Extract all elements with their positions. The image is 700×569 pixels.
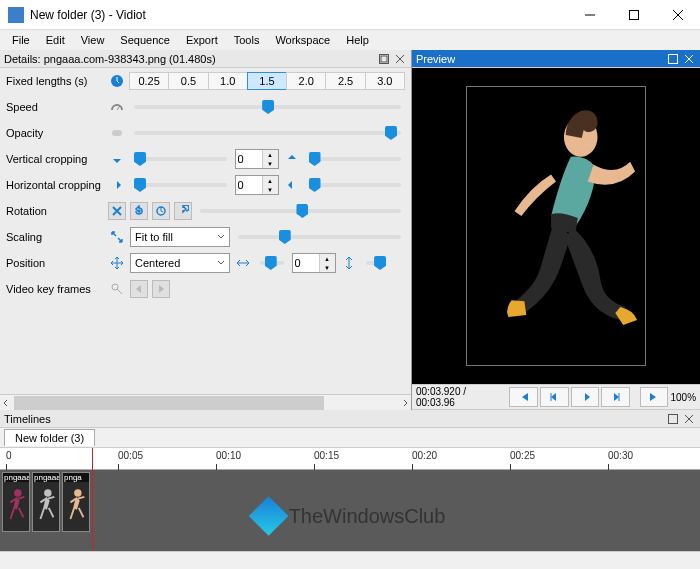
- hcrop-right-slider[interactable]: [309, 183, 402, 187]
- hcrop-input[interactable]: [236, 179, 262, 191]
- timeline-ruler[interactable]: 000:0500:1000:1500:2000:2500:30: [0, 448, 700, 470]
- spin-down[interactable]: ▼: [319, 263, 335, 272]
- panel-close-icon[interactable]: [682, 412, 696, 426]
- move-icon: [108, 254, 126, 272]
- vcrop-spinner[interactable]: ▲▼: [235, 149, 279, 169]
- gauge-icon: [108, 98, 126, 116]
- keyframe-next-button[interactable]: [152, 280, 170, 298]
- panel-expand-icon[interactable]: [377, 52, 391, 66]
- menubar: File Edit View Sequence Export Tools Wor…: [0, 30, 700, 50]
- scaling-slider[interactable]: [238, 235, 401, 239]
- scaling-combo[interactable]: Fit to fill: [130, 227, 230, 247]
- vcrop-input[interactable]: [236, 153, 262, 165]
- details-header: Details: pngaaa.com-938343.png (01.480s): [0, 50, 411, 68]
- window-title: New folder (3) - Vidiot: [30, 8, 568, 22]
- close-button[interactable]: [656, 0, 700, 30]
- menu-workspace[interactable]: Workspace: [267, 32, 338, 48]
- maximize-button[interactable]: [612, 0, 656, 30]
- speed-slider[interactable]: [134, 105, 401, 109]
- opacity-slider[interactable]: [134, 131, 401, 135]
- length-tab-1[interactable]: 0.5: [168, 72, 208, 90]
- ruler-tick: 0: [6, 450, 12, 461]
- menu-sequence[interactable]: Sequence: [112, 32, 178, 48]
- spin-up[interactable]: ▲: [262, 176, 278, 185]
- position-y-slider[interactable]: [366, 261, 384, 265]
- play-button[interactable]: [571, 387, 600, 407]
- v-move-icon[interactable]: [340, 254, 358, 272]
- scroll-thumb[interactable]: [14, 396, 324, 410]
- timeline-clip[interactable]: pngaaa: [32, 472, 60, 532]
- menu-tools[interactable]: Tools: [226, 32, 268, 48]
- hcrop-left-slider[interactable]: [134, 183, 227, 187]
- length-tab-3[interactable]: 1.5: [247, 72, 287, 90]
- position-combo[interactable]: Centered: [130, 253, 230, 273]
- timeline-tab-0[interactable]: New folder (3): [4, 429, 95, 446]
- clip-label: pngaaa: [3, 473, 29, 482]
- panel-close-icon[interactable]: [682, 52, 696, 66]
- timelines-header: Timelines: [0, 410, 700, 428]
- svg-rect-7: [669, 54, 678, 63]
- menu-edit[interactable]: Edit: [38, 32, 73, 48]
- timelines-panel: Timelines New folder (3) 000:0500:1000:1…: [0, 410, 700, 569]
- length-tab-4[interactable]: 2.0: [286, 72, 326, 90]
- timeline-tabs: New folder (3): [0, 428, 700, 448]
- keyframe-prev-button[interactable]: [130, 280, 148, 298]
- position-value: Centered: [135, 257, 217, 269]
- rotate-ccw-button[interactable]: [130, 202, 148, 220]
- ruler-tick: 00:15: [314, 450, 339, 461]
- menu-file[interactable]: File: [4, 32, 38, 48]
- up-arrow-icon[interactable]: [283, 150, 301, 168]
- spin-up[interactable]: ▲: [319, 254, 335, 263]
- menu-help[interactable]: Help: [338, 32, 377, 48]
- length-tab-5[interactable]: 2.5: [325, 72, 365, 90]
- vcrop-top-slider[interactable]: [134, 157, 227, 161]
- panel-expand-icon[interactable]: [666, 52, 680, 66]
- right-arrow-icon[interactable]: [108, 176, 126, 194]
- clip-label: pnga: [63, 473, 89, 482]
- position-x-slider[interactable]: [260, 261, 284, 265]
- goto-end-button[interactable]: [640, 387, 669, 407]
- timeline-clip[interactable]: pngaaa: [2, 472, 30, 532]
- preview-frame: [466, 86, 646, 366]
- left-arrow-icon[interactable]: [283, 176, 301, 194]
- rotate-180-button[interactable]: [152, 202, 170, 220]
- position-y-input[interactable]: [293, 257, 319, 269]
- spin-down[interactable]: ▼: [262, 185, 278, 194]
- playhead-marker[interactable]: [92, 448, 93, 470]
- opacity-icon: [108, 124, 126, 142]
- panel-expand-icon[interactable]: [666, 412, 680, 426]
- step-back-button[interactable]: [540, 387, 569, 407]
- key-icon[interactable]: [108, 280, 126, 298]
- track-area[interactable]: TheWindowsClub pngaaapngaaapnga: [0, 470, 700, 551]
- menu-view[interactable]: View: [73, 32, 113, 48]
- watermark-text: TheWindowsClub: [289, 505, 446, 528]
- length-tab-0[interactable]: 0.25: [129, 72, 169, 90]
- rotate-cw-button[interactable]: [174, 202, 192, 220]
- clip-thumbnail: [3, 483, 29, 531]
- minimize-button[interactable]: [568, 0, 612, 30]
- step-forward-button[interactable]: [601, 387, 630, 407]
- preview-controls: 00:03.920 / 00:03.96 100%: [412, 384, 700, 410]
- vcrop-bottom-slider[interactable]: [309, 157, 402, 161]
- rotation-slider[interactable]: [200, 209, 401, 213]
- timeline-clip[interactable]: pnga: [62, 472, 90, 532]
- hcrop-spinner[interactable]: ▲▼: [235, 175, 279, 195]
- details-hscroll[interactable]: [0, 394, 411, 410]
- scaling-row: Scaling Fit to fill: [6, 226, 405, 248]
- details-panel: Details: pngaaa.com-938343.png (01.480s)…: [0, 50, 412, 410]
- svg-point-11: [44, 489, 51, 496]
- playhead[interactable]: [92, 470, 93, 551]
- spin-up[interactable]: ▲: [262, 150, 278, 159]
- panel-close-icon[interactable]: [393, 52, 407, 66]
- down-arrow-icon[interactable]: [108, 150, 126, 168]
- scaling-label: Scaling: [6, 231, 104, 243]
- length-tab-6[interactable]: 3.0: [365, 72, 405, 90]
- speed-label: Speed: [6, 101, 104, 113]
- length-tab-2[interactable]: 1.0: [208, 72, 248, 90]
- position-y-spinner[interactable]: ▲▼: [292, 253, 336, 273]
- h-move-icon[interactable]: [234, 254, 252, 272]
- menu-export[interactable]: Export: [178, 32, 226, 48]
- rotation-reset-button[interactable]: [108, 202, 126, 220]
- goto-start-button[interactable]: [509, 387, 538, 407]
- spin-down[interactable]: ▼: [262, 159, 278, 168]
